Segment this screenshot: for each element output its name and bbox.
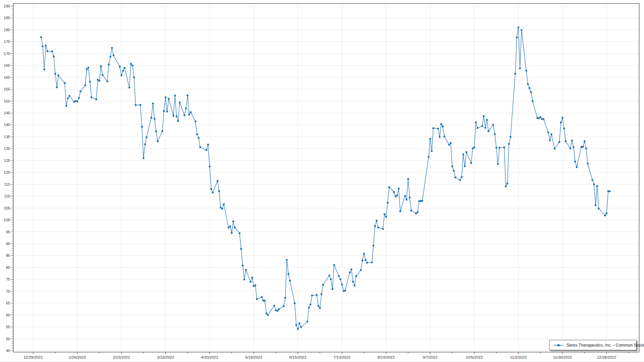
price-point-marker <box>308 307 310 309</box>
price-point-marker <box>120 74 122 76</box>
price-point-marker <box>363 253 365 255</box>
price-point-marker <box>530 91 532 93</box>
price-point-marker <box>371 261 373 263</box>
price-point-marker <box>354 285 356 287</box>
price-point-marker <box>265 312 267 314</box>
price-point-marker <box>40 36 42 38</box>
price-point-marker <box>242 264 244 266</box>
price-point-marker <box>244 279 246 281</box>
x-axis-tick-label: 6/15/2022 <box>289 355 306 359</box>
price-point-marker <box>563 127 565 129</box>
price-point-marker <box>321 293 323 295</box>
price-point-marker <box>234 227 236 229</box>
price-point-marker <box>341 284 343 286</box>
price-point-marker <box>442 126 444 128</box>
price-point-marker <box>322 284 324 286</box>
price-point-marker <box>276 310 278 312</box>
price-point-marker <box>587 163 589 165</box>
price-point-marker <box>296 324 298 326</box>
price-point-marker <box>407 178 409 180</box>
price-point-marker <box>521 29 523 31</box>
price-point-marker <box>462 154 464 156</box>
price-point-marker <box>475 121 477 123</box>
y-axis-tick-label: 135 <box>4 135 10 139</box>
y-axis-tick-label: 120 <box>4 170 10 174</box>
price-point-marker <box>393 191 395 193</box>
price-point-marker <box>78 97 80 99</box>
legend-line-marker-icon <box>553 344 564 347</box>
price-point-marker <box>428 156 430 158</box>
price-point-marker <box>439 136 441 138</box>
price-point-marker <box>509 136 512 138</box>
gridlines <box>13 4 639 352</box>
price-point-marker <box>196 133 198 135</box>
x-axis-tick-label: 2/23/2022 <box>113 355 130 359</box>
x-axis-tick-label: 3/23/2022 <box>157 355 174 359</box>
price-point-marker <box>157 140 159 142</box>
y-axis-tick-label: 105 <box>4 206 10 210</box>
price-point-marker <box>417 212 419 214</box>
price-point-marker <box>297 328 299 330</box>
price-point-marker <box>593 183 595 185</box>
price-point-marker <box>561 117 564 119</box>
price-point-marker <box>349 272 351 274</box>
price-point-marker <box>43 69 45 71</box>
price-point-marker <box>267 314 269 316</box>
price-point-marker <box>64 82 66 84</box>
price-point-marker <box>574 161 576 163</box>
price-point-marker <box>152 103 154 105</box>
price-point-marker <box>484 127 486 129</box>
price-point-marker <box>453 170 455 172</box>
price-point-marker <box>518 26 520 28</box>
price-point-marker <box>84 84 86 86</box>
price-point-marker <box>382 228 384 230</box>
price-point-marker <box>549 139 551 141</box>
price-point-marker <box>519 67 521 69</box>
price-point-marker <box>344 290 346 292</box>
price-point-marker <box>560 122 562 124</box>
price-point-marker <box>584 140 586 142</box>
plot-border <box>13 4 639 352</box>
price-point-marker <box>88 67 90 69</box>
price-point-marker <box>284 297 286 299</box>
price-point-marker <box>525 70 527 72</box>
price-point-marker <box>538 117 540 119</box>
price-point-marker <box>261 296 263 298</box>
price-point-marker <box>287 273 289 275</box>
y-axis-tick-label: 145 <box>4 111 10 115</box>
price-line <box>41 27 610 329</box>
price-point-marker <box>565 140 567 142</box>
y-axis-tick-label: 190 <box>4 4 10 8</box>
price-point-marker <box>212 192 214 194</box>
price-point-marker <box>54 73 56 75</box>
y-axis-tick-label: 185 <box>4 16 10 20</box>
price-point-marker <box>547 131 549 133</box>
price-point-marker <box>150 117 152 119</box>
price-point-marker <box>319 307 321 309</box>
price-point-marker <box>199 146 201 148</box>
price-point-marker <box>532 100 534 102</box>
price-point-marker <box>111 47 113 49</box>
price-point-marker <box>210 188 212 190</box>
x-axis-tick-label: 5/18/2022 <box>245 355 262 359</box>
price-point-marker <box>473 146 475 148</box>
price-point-marker <box>131 64 133 66</box>
price-chart-svg: 12/29/20211/26/20222/23/20223/23/20224/2… <box>0 0 644 362</box>
price-point-marker <box>223 203 225 205</box>
price-point-marker <box>540 116 542 118</box>
price-point-marker <box>355 275 357 277</box>
price-point-marker <box>122 70 124 72</box>
price-line-series <box>40 26 611 330</box>
price-point-marker <box>351 268 353 270</box>
price-point-marker <box>410 209 412 212</box>
price-point-marker <box>396 194 398 196</box>
price-point-marker <box>477 127 479 129</box>
price-point-marker <box>607 190 609 192</box>
price-point-marker <box>100 65 102 67</box>
y-axis-tick-label: 65 <box>6 301 10 305</box>
price-point-marker <box>65 105 67 107</box>
x-axis-tick-label: 11/30/2022 <box>553 355 572 359</box>
price-point-marker <box>198 137 200 139</box>
price-point-marker <box>294 302 296 304</box>
price-point-marker <box>503 146 505 148</box>
